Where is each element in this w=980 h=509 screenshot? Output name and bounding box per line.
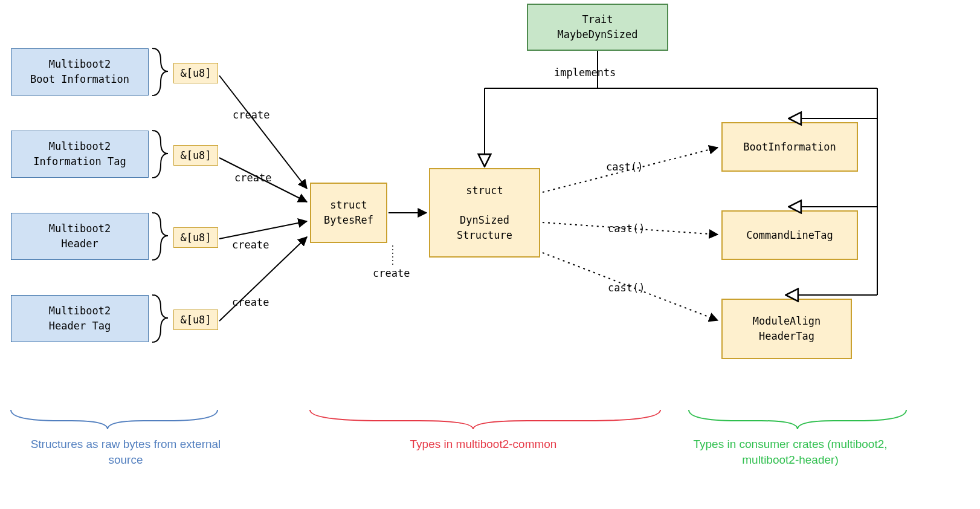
multiboot2-information-tag: Multiboot2 Information Tag <box>11 131 149 178</box>
slice-label-4: &[u8] <box>173 310 218 330</box>
source-box-label: Multiboot2 Header Tag <box>49 303 111 333</box>
slice-text: &[u8] <box>180 230 211 245</box>
type-commandlinetag: CommandLineTag <box>721 210 858 260</box>
diagram-stage: Multiboot2 Boot Information Multiboot2 I… <box>0 0 980 509</box>
source-box-label: Multiboot2 Boot Information <box>30 57 129 86</box>
consumer-label: BootInformation <box>743 140 836 155</box>
dynstruct-label: struct DynSized Structure <box>457 183 512 243</box>
slice-label-3: &[u8] <box>173 227 218 248</box>
source-box-label: Multiboot2 Information Tag <box>33 139 126 169</box>
caption-multiboot2-common: Types in multiboot2-common <box>314 436 653 452</box>
slice-text: &[u8] <box>180 313 211 328</box>
slice-text: &[u8] <box>180 148 211 163</box>
consumer-label: ModuleAlign HeaderTag <box>753 314 821 343</box>
source-box-label: Multiboot2 Header <box>49 221 111 251</box>
slice-label-1: &[u8] <box>173 63 218 83</box>
trait-label: Trait MaybeDynSized <box>557 12 637 42</box>
type-modulealign-headertag: ModuleAlign HeaderTag <box>721 299 852 359</box>
consumer-label: CommandLineTag <box>746 228 833 243</box>
create-label-2: create <box>234 172 271 184</box>
cast-label-1: cast() <box>606 161 643 173</box>
create-label-1: create <box>233 109 269 121</box>
trait-maybedynsized: Trait MaybeDynSized <box>527 4 668 51</box>
struct-dynsizedstructure: struct DynSized Structure <box>429 168 540 258</box>
implements-label: implements <box>554 66 616 79</box>
struct-bytesref: struct BytesRef <box>310 183 387 243</box>
multiboot2-header-tag: Multiboot2 Header Tag <box>11 295 149 342</box>
svg-line-2 <box>219 221 307 239</box>
caption-consumer-crates: Types in consumer crates (multiboot2, mu… <box>675 436 905 467</box>
cast-label-3: cast() <box>608 282 645 294</box>
slice-text: &[u8] <box>180 66 211 81</box>
type-bootinformation: BootInformation <box>721 122 858 172</box>
caption-structures-raw-bytes: Structures as raw bytes from external so… <box>29 436 222 467</box>
bytesref-label: struct BytesRef <box>324 198 373 227</box>
create-label-3: create <box>232 239 269 251</box>
slice-label-2: &[u8] <box>173 145 218 166</box>
multiboot2-header: Multiboot2 Header <box>11 213 149 260</box>
create-label-4: create <box>232 296 269 308</box>
multiboot2-boot-information: Multiboot2 Boot Information <box>11 48 149 96</box>
create-label-5: create <box>373 267 410 279</box>
cast-label-2: cast() <box>608 222 645 235</box>
